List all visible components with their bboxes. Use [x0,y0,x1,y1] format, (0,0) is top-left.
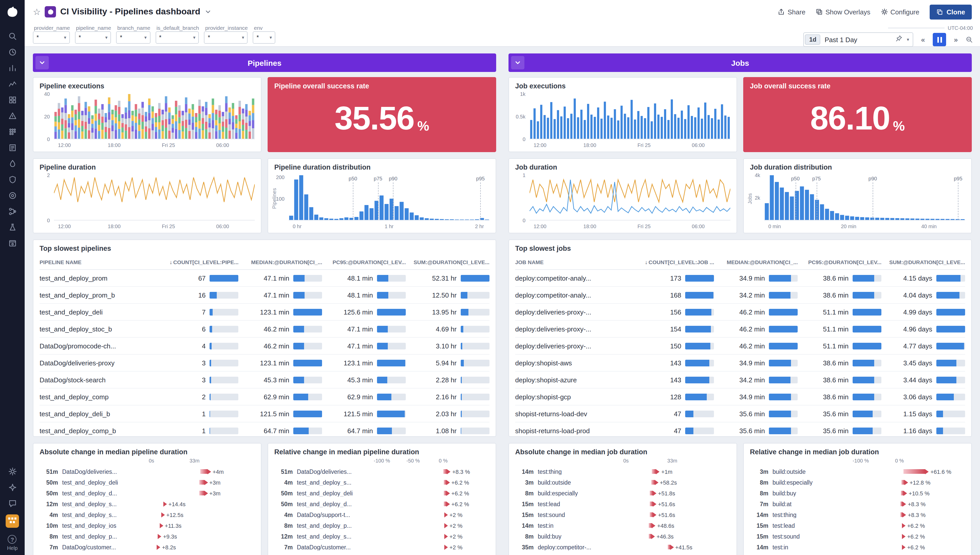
change-item-link[interactable]: test_and_deploy_deli [62,479,118,485]
zoom-out-icon[interactable] [966,36,973,43]
column-header[interactable]: ↓COUNT[CI_LEVEL:PIPE... [155,259,238,265]
widget-pipeline-success-rate[interactable]: Pipeline overall success rate35.56% [268,77,496,152]
time-range-chip[interactable]: 1d [805,34,820,45]
change-item-link[interactable]: test:thing [538,468,562,475]
change-item-link[interactable]: build:outside [772,468,806,475]
widget-job-duration[interactable]: Job duration1012:0018:00Fri 2506:00 [508,158,737,233]
time-range-picker[interactable]: 1d Past 1 Day ▾ [804,32,913,47]
synthetics-icon[interactable] [0,188,25,204]
change-item-link[interactable]: build:especially [538,490,578,496]
column-header[interactable]: PC95:@DURATION[CI_LEV... [798,259,882,265]
widget-job-success-rate[interactable]: Job overall success rate86.10% [743,77,972,152]
sparkle-icon[interactable] [0,480,25,496]
bits-ai-icon[interactable] [6,514,19,528]
widget-relative-change-pipeline[interactable]: Relative change in median pipeline durat… [268,443,496,555]
collapse-group-button[interactable] [35,56,49,69]
filter-select-pipeline_name[interactable]: *▾ [75,31,111,44]
change-item-link[interactable]: test_and_deploy_s... [62,512,117,518]
time-back-button[interactable]: « [916,33,930,46]
clone-button[interactable]: Clone [930,4,972,19]
widget-pipeline-duration-distribution[interactable]: Pipeline duration distributionPipelines2… [268,158,496,233]
table-row[interactable]: DataDog/deliveries-proxy3123.1 min123.1 … [40,354,489,372]
table-row[interactable]: shopist-returns-load-prod4735.6 min35.6 … [515,422,965,437]
table-row[interactable]: test_and_deploy_comp_b164.7 min64.7 min1… [40,422,489,437]
table-row[interactable]: deploy:deliveries-proxy-...15046.2 min51… [515,338,965,354]
help-button[interactable]: ? Help [7,535,18,551]
chat-icon[interactable] [0,496,25,511]
change-item-link[interactable]: deploy:competitor-... [538,544,591,550]
dashboards-icon[interactable] [0,92,25,108]
filter-select-is_default_branch[interactable]: *▾ [155,31,199,44]
change-item-link[interactable]: build:outside [538,479,571,485]
change-item-link[interactable]: test:sound [538,512,565,518]
security-icon[interactable] [0,172,25,188]
apm-icon[interactable] [0,156,25,172]
column-header[interactable]: SUM:@DURATION[CI_LEVE... [881,259,965,265]
change-item-link[interactable]: DataDog/customer... [62,544,116,550]
column-header[interactable]: PC95:@DURATION[CI_LEV... [322,259,406,265]
table-row[interactable]: DataDog/stock-search345.3 min45.3 min2.2… [40,372,489,388]
filter-select-provider_name[interactable]: *▾ [33,31,70,44]
change-item-link[interactable]: test_and_deploy_ios [62,522,116,529]
filter-select-branch_name[interactable]: *▾ [116,31,150,44]
widget-absolute-change-job[interactable]: Absolute change in median job duration0s… [508,443,737,555]
widget-pipeline-duration[interactable]: Pipeline duration2012:0018:00Fri 2506:00 [33,158,261,233]
change-item-link[interactable]: build:buy [538,533,561,539]
history-icon[interactable] [0,44,25,60]
change-item-link[interactable]: test_and_deploy_s... [297,533,351,539]
change-item-link[interactable]: DataDog/deliveries... [297,468,352,475]
column-header[interactable]: MEDIAN:@DURATION[CI_... [238,259,322,265]
widget-pipeline-executions[interactable]: Pipeline executions4020012:0018:00Fri 25… [33,77,261,152]
table-row[interactable]: test_and_deploy_deli7123.1 min125.6 min1… [40,304,489,321]
change-item-link[interactable]: test:lead [772,522,795,529]
column-header[interactable]: PIPELINE NAME [40,259,155,265]
change-item-link[interactable]: DataDog/support-t... [297,512,350,518]
change-item-link[interactable]: test:lead [538,501,560,507]
change-item-link[interactable]: test:in [538,522,553,529]
change-item-link[interactable]: test_and_deploy_p... [62,533,117,539]
share-button[interactable]: Share [778,8,805,16]
change-item-link[interactable]: build:at [772,501,791,507]
rum-icon[interactable] [0,235,25,251]
widget-job-duration-distribution[interactable]: Job duration distributionJobs4k2kp50p75p… [743,158,972,233]
show-overlays-button[interactable]: Show Overlays [815,8,870,16]
table-row[interactable]: test_and_deploy_prom6747.1 min48.1 min52… [40,270,489,287]
table-row[interactable]: deploy:shopist-aws14334.9 min38.6 min3.4… [515,354,965,372]
table-row[interactable]: DataDog/promocode-ch...446.2 min47.1 min… [40,338,489,354]
column-header[interactable]: ↓COUNT[CI_LEVEL:JOB ... [630,259,714,265]
monitors-icon[interactable] [0,108,25,124]
column-header[interactable]: MEDIAN:@DURATION[CI_... [714,259,798,265]
table-row[interactable]: deploy:shopist-gcp12834.9 min38.6 min3.0… [515,388,965,406]
widget-relative-change-job[interactable]: Relative change in median job duration-1… [743,443,972,555]
pause-button[interactable] [933,33,946,46]
table-row[interactable]: test_and_deploy_comp262.9 min62.9 min2.1… [40,388,489,406]
tests-icon[interactable] [0,220,25,235]
settings-icon[interactable] [0,464,25,480]
table-row[interactable]: deploy:deliveries-proxy-...15446.2 min51… [515,321,965,338]
change-item-link[interactable]: test_and_deploy_s... [297,479,351,485]
column-header[interactable]: JOB NAME [515,259,630,265]
time-caret-icon[interactable]: ▾ [907,37,909,42]
widget-job-executions[interactable]: Job executions1k0.5k012:0018:00Fri 2506:… [508,77,737,152]
table-row[interactable]: test_and_deploy_prom_b1647.1 min48.1 min… [40,287,489,304]
filter-select-env[interactable]: *▾ [253,31,275,44]
change-item-link[interactable]: build:buy [772,490,796,496]
logs-icon[interactable] [0,140,25,156]
filter-select-provider_instance[interactable]: *▾ [204,31,248,44]
change-item-link[interactable]: test_and_deploy_d... [297,501,352,507]
pin-icon[interactable] [895,35,903,44]
change-item-link[interactable]: test_and_deploy_s... [62,501,117,507]
title-chevron-down-icon[interactable] [205,8,212,15]
collapse-group-button[interactable] [511,56,524,69]
ci-pipelines-icon[interactable] [0,204,25,220]
table-row[interactable]: deploy:competitor-analy...16834.2 min38.… [515,287,965,304]
change-item-link[interactable]: test_and_deploy_p... [297,522,352,529]
change-item-link[interactable]: test:in [772,544,788,550]
favorite-star-icon[interactable]: ☆ [33,6,41,17]
search-icon[interactable] [0,28,25,44]
change-item-link[interactable]: DataDog/customer... [297,544,351,550]
traces-icon[interactable] [0,76,25,92]
table-row[interactable]: deploy:shopist-azure14334.2 min38.6 min3… [515,372,965,388]
datadog-logo[interactable] [5,5,20,20]
column-header[interactable]: SUM:@DURATION[CI_LEVE... [406,259,489,265]
